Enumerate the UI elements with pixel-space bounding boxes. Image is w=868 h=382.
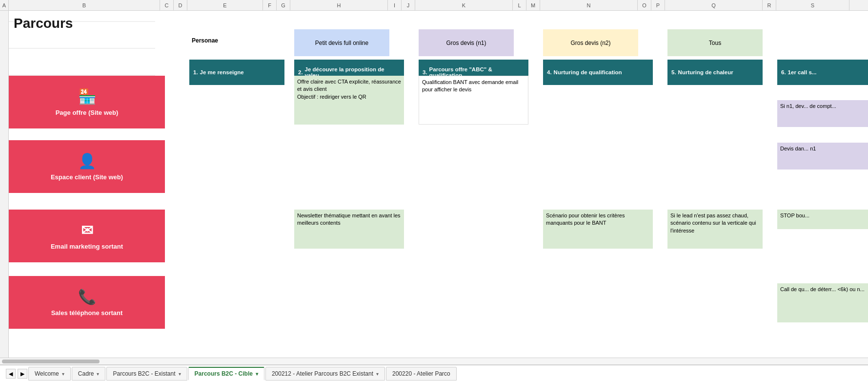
col-header-c: C xyxy=(160,0,174,10)
persona-tous: Tous xyxy=(667,29,763,56)
column-headers: A B C D E F G H I J K L M N O P Q R S xyxy=(0,0,868,11)
horizontal-scrollbar[interactable] xyxy=(2,360,100,363)
col-header-r: R xyxy=(763,0,776,10)
stage-4-header: 4. Nurturing de qualification xyxy=(543,60,653,85)
stage-1-num: 1. xyxy=(193,69,198,75)
row-label-sales-telephone: 📞 Sales téléphone sortant xyxy=(9,276,165,329)
stage-6-num: 6. xyxy=(781,69,786,75)
row-label-email-marketing: ✉ Email marketing sortant xyxy=(9,210,165,262)
tab-welcome-label: Welcome xyxy=(35,370,59,377)
espace-client-icon: 👤 xyxy=(78,152,96,170)
col-header-d: D xyxy=(174,0,187,10)
row-label-espace-client: 👤 Espace client (Site web) xyxy=(9,140,165,193)
row-headers xyxy=(0,11,9,358)
col-header-p: P xyxy=(651,0,665,10)
tab-nav-prev[interactable]: ◀ xyxy=(6,369,16,379)
stage-4-num: 4. xyxy=(547,69,552,75)
persona-petit-devis: Petit devis full online xyxy=(294,29,389,56)
cell-email-stage2: Newsletter thématique mettant en avant l… xyxy=(294,210,404,249)
cell-espace-client-stage6: Devis dan... n1 xyxy=(777,143,868,170)
col-header-l: L xyxy=(513,0,526,10)
email-icon: ✉ xyxy=(81,222,93,239)
cell-email-stage4: Scénario pour obtenir les critères manqu… xyxy=(543,210,653,249)
tab-bar: ◀ ▶ Welcome ▾ Cadre ▾ Parcours B2C - Exi… xyxy=(0,364,868,382)
tab-atelier-b2c-existant[interactable]: 200212 - Atelier Parcours B2C Existant ▾ xyxy=(265,367,385,381)
tab-cadre[interactable]: Cadre ▾ xyxy=(72,367,106,381)
col-header-m: M xyxy=(526,0,540,10)
col-header-o: O xyxy=(638,0,651,10)
main-area: Parcours Personae Petit devis full onlin… xyxy=(0,11,868,358)
persona-gros-devis-n2: Gros devis (n2) xyxy=(543,29,638,56)
tab-cadre-arrow: ▾ xyxy=(97,371,99,377)
tab-parcours-b2c-cible-arrow: ▾ xyxy=(256,371,258,377)
stage-3-num: 3. xyxy=(423,69,427,75)
tab-welcome-arrow: ▾ xyxy=(62,371,64,377)
tab-welcome[interactable]: Welcome ▾ xyxy=(28,367,71,381)
tab-atelier-b2c-existant-label: 200212 - Atelier Parcours B2C Existant xyxy=(272,370,373,377)
tab-parcours-b2c-existant-arrow: ▾ xyxy=(179,371,181,377)
cell-email-stage5: Si le lead n'est pas assez chaud, scénar… xyxy=(667,210,763,249)
tab-parcours-b2c-cible[interactable]: Parcours B2C - Cible ▾ xyxy=(188,367,264,381)
grid-content: Parcours Personae Petit devis full onlin… xyxy=(9,11,868,358)
stage-6-header: 6. 1er call s... xyxy=(777,60,868,85)
grid: Parcours Personae Petit devis full onlin… xyxy=(9,11,868,358)
cell-sales-stage6: Call de qu... de déterr... <6k) ou n... xyxy=(777,283,868,322)
stage-5-label: Nurturing de chaleur xyxy=(678,69,733,75)
tab-atelier-b2c-existant-arrow: ▾ xyxy=(376,371,379,377)
col-header-k: K xyxy=(415,0,513,10)
tab-parcours-b2c-existant-label: Parcours B2C - Existant xyxy=(113,370,175,377)
tab-navigation: ◀ ▶ xyxy=(6,369,27,379)
espace-client-label: Espace client (Site web) xyxy=(51,173,123,181)
cell-page-offre-stage2: Offre claire avec CTA explicite, réassur… xyxy=(294,76,404,125)
stage-1-label: Je me renseigne xyxy=(200,69,244,75)
page-offre-label: Page offre (Site web) xyxy=(56,109,119,116)
email-marketing-label: Email marketing sortant xyxy=(51,243,123,250)
tab-cadre-label: Cadre xyxy=(78,370,94,377)
row-label-page-offre: 🏪 Page offre (Site web) xyxy=(9,76,165,128)
phone-icon: 📞 xyxy=(78,288,96,305)
col-header-s: S xyxy=(776,0,849,10)
col-header-q: Q xyxy=(665,0,763,10)
spreadsheet: A B C D E F G H I J K L M N O P Q R S xyxy=(0,0,868,382)
tab-atelier-parco[interactable]: 200220 - Atelier Parco xyxy=(386,367,457,381)
tab-nav-next[interactable]: ▶ xyxy=(18,369,27,379)
persona-gros-devis-n1: Gros devis (n1) xyxy=(419,29,514,56)
col-header-j: J xyxy=(402,0,415,10)
tab-parcours-b2c-existant[interactable]: Parcours B2C - Existant ▾ xyxy=(106,367,187,381)
cell-page-offre-stage3: Qualification BANT avec demande email po… xyxy=(419,76,528,125)
col-header-i: I xyxy=(388,0,402,10)
stage-5-num: 5. xyxy=(671,69,676,75)
col-header-h: H xyxy=(290,0,388,10)
personae-label: Personae xyxy=(192,37,218,44)
page-title: Parcours xyxy=(14,16,73,31)
col-header-n: N xyxy=(540,0,638,10)
sales-telephone-label: Sales téléphone sortant xyxy=(51,309,123,317)
stage-5-header: 5. Nurturing de chaleur xyxy=(667,60,763,85)
col-header-g: G xyxy=(277,0,290,10)
col-header-b: B xyxy=(9,0,160,10)
stage-2-num: 2. xyxy=(298,69,303,75)
tab-atelier-parco-label: 200220 - Atelier Parco xyxy=(392,370,450,377)
cell-email-stage6: STOP bou... xyxy=(777,210,868,229)
stage-1-header: 1. Je me renseigne xyxy=(189,60,284,85)
horizontal-scrollbar-area[interactable] xyxy=(0,358,868,364)
page-offre-icon: 🏪 xyxy=(78,88,96,105)
cell-page-offre-stage6: Si n1, dev... de compt... xyxy=(777,100,868,127)
tab-parcours-b2c-cible-label: Parcours B2C - Cible xyxy=(195,370,253,377)
col-header-a: A xyxy=(0,0,9,10)
col-header-e: E xyxy=(187,0,263,10)
stage-6-label: 1er call s... xyxy=(788,69,817,75)
col-header-f: F xyxy=(263,0,277,10)
stage-4-label: Nurturing de qualification xyxy=(554,69,622,75)
